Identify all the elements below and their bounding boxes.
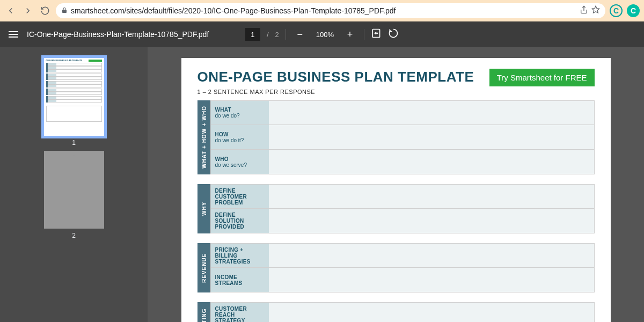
row-label-main: CUSTOMER REACH STRATEGY xyxy=(215,306,265,323)
share-icon[interactable] xyxy=(580,5,588,16)
row-label: DEFINE CUSTOMER PROBLEM xyxy=(211,185,269,208)
back-button[interactable] xyxy=(4,4,17,17)
url-bar[interactable]: smartsheet.com/sites/default/files/2020-… xyxy=(56,3,605,18)
template-row: HOWdo we do it? xyxy=(210,125,595,150)
section-side-label: WHY xyxy=(197,184,210,233)
lock-icon xyxy=(61,6,68,16)
browser-address-bar: smartsheet.com/sites/default/files/2020-… xyxy=(0,0,644,21)
template-row: CUSTOMER REACH STRATEGY xyxy=(210,302,595,322)
row-content[interactable] xyxy=(269,209,594,233)
row-label: WHOdo we serve? xyxy=(211,150,269,174)
extension-icon-1[interactable]: C xyxy=(610,4,623,17)
section-side-label: WHAT + HOW + WHO xyxy=(197,100,210,174)
row-label: PRICING + BILLING STRATEGIES xyxy=(211,244,269,267)
template-section: WHAT + HOW + WHOWHATdo we do?HOWdo we do… xyxy=(197,100,595,174)
thumbnail-label-1: 1 xyxy=(72,139,76,147)
template-row: PRICING + BILLING STRATEGIES xyxy=(210,243,595,268)
svg-marker-1 xyxy=(592,6,599,13)
row-label-main: HOW xyxy=(215,131,265,137)
row-content[interactable] xyxy=(269,303,594,322)
row-label-main: DEFINE CUSTOMER PROBLEM xyxy=(215,188,265,206)
template-row: WHOdo we serve? xyxy=(210,150,595,174)
row-label: HOWdo we do it? xyxy=(211,125,269,149)
template-row: DEFINE CUSTOMER PROBLEM xyxy=(210,184,595,209)
rotate-icon[interactable] xyxy=(388,28,399,41)
row-content[interactable] xyxy=(269,185,594,208)
separator xyxy=(286,29,286,40)
document-page-1: ONE-PAGE BUSINESS PLAN TEMPLATE Try Smar… xyxy=(181,58,611,322)
row-label-main: DEFINE SOLUTION PROVIDED xyxy=(215,212,265,230)
reload-button[interactable] xyxy=(39,4,52,17)
menu-icon[interactable] xyxy=(9,31,18,38)
extension-icon-2[interactable]: C xyxy=(627,4,640,17)
row-label: DEFINE SOLUTION PROVIDED xyxy=(211,209,269,233)
row-label: INCOME STREAMS xyxy=(211,268,269,292)
row-label-main: INCOME STREAMS xyxy=(215,274,265,286)
fit-page-icon[interactable] xyxy=(371,28,382,41)
row-content[interactable] xyxy=(269,101,594,125)
row-content[interactable] xyxy=(269,150,594,174)
row-label-sub: do we do it? xyxy=(215,137,265,143)
pdf-filename: IC-One-Page-Business-Plan-Template-10785… xyxy=(27,30,209,39)
row-label: WHATdo we do? xyxy=(211,101,269,125)
row-content[interactable] xyxy=(269,244,594,267)
row-content[interactable] xyxy=(269,125,594,149)
template-section: MARKETINGCUSTOMER REACH STRATEGYREFERRAL… xyxy=(197,302,595,322)
thumbnail-page-2[interactable]: … xyxy=(44,151,104,229)
template-row: DEFINE SOLUTION PROVIDED xyxy=(210,209,595,233)
bookmark-icon[interactable] xyxy=(591,5,600,16)
page-title: ONE-PAGE BUSINESS PLAN TEMPLATE xyxy=(197,69,474,85)
section-side-label: REVENUE xyxy=(197,243,210,292)
document-viewport[interactable]: ONE-PAGE BUSINESS PLAN TEMPLATE Try Smar… xyxy=(148,47,644,322)
template-row: WHATdo we do? xyxy=(210,100,595,125)
page-number-input[interactable] xyxy=(245,28,260,41)
cta-button[interactable]: Try Smartsheet for FREE xyxy=(489,69,595,86)
row-label: CUSTOMER REACH STRATEGY xyxy=(211,303,269,322)
thumbnail-label-2: 2 xyxy=(72,232,76,239)
subtitle: 1 – 2 SENTENCE MAX PER RESPONSE xyxy=(197,89,595,95)
row-label-main: PRICING + BILLING STRATEGIES xyxy=(215,247,265,265)
row-label-sub: do we serve? xyxy=(215,162,265,168)
template-section: WHYDEFINE CUSTOMER PROBLEMDEFINE SOLUTIO… xyxy=(197,184,595,233)
page-total: 2 xyxy=(275,31,279,39)
thumbnail-page-1[interactable]: ONE-PAGE BUSINESS PLAN TEMPLATE xyxy=(44,58,104,136)
thumbnail-sidebar: ONE-PAGE BUSINESS PLAN TEMPLATE 1 … 2 xyxy=(0,47,148,322)
url-text: smartsheet.com/sites/default/files/2020-… xyxy=(71,6,576,15)
zoom-level: 100% xyxy=(314,31,336,39)
forward-button[interactable] xyxy=(21,4,34,17)
section-side-label: MARKETING xyxy=(197,302,210,322)
row-label-main: WHO xyxy=(215,156,265,162)
zoom-out-button[interactable]: − xyxy=(292,27,308,42)
template-row: INCOME STREAMS xyxy=(210,268,595,292)
zoom-in-button[interactable]: + xyxy=(342,27,357,42)
row-label-sub: do we do? xyxy=(215,113,265,119)
template-section: REVENUEPRICING + BILLING STRATEGIESINCOM… xyxy=(197,243,595,292)
row-content[interactable] xyxy=(269,268,594,292)
row-label-main: WHAT xyxy=(215,107,265,113)
pdf-toolbar: IC-One-Page-Business-Plan-Template-10785… xyxy=(0,21,644,47)
page-separator: / xyxy=(267,31,269,39)
separator xyxy=(364,29,364,40)
